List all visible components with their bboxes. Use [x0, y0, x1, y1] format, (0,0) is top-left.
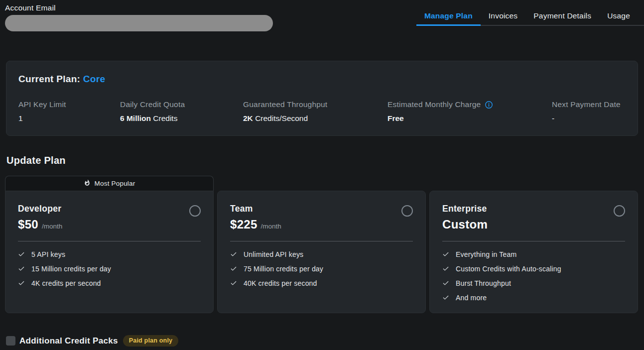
- plan-column-enterprise: Enterprise Custom Everything in Team Cus…: [429, 191, 638, 313]
- top-bar: Account Email Manage Plan Invoices Payme…: [0, 0, 644, 30]
- stat-value: 2K Credits/Second: [243, 114, 387, 123]
- current-plan-card: Current Plan: Core API Key Limit 1 Daily…: [6, 61, 638, 136]
- account-email-input[interactable]: [5, 15, 273, 31]
- divider: [230, 241, 413, 241]
- divider: [18, 241, 201, 241]
- plan-price: $50 /month: [18, 218, 62, 232]
- current-plan-name: Core: [83, 74, 106, 84]
- billing-tabs: Manage Plan Invoices Payment Details Usa…: [416, 11, 644, 26]
- feature-item: 5 API keys: [18, 250, 201, 259]
- info-icon[interactable]: [485, 101, 493, 109]
- plan-card-enterprise[interactable]: Enterprise Custom Everything in Team Cus…: [429, 191, 638, 313]
- most-popular-badge: Most Popular: [5, 176, 214, 191]
- plan-price: $225 /month: [230, 218, 281, 232]
- stat-label: Next Payment Date: [552, 100, 621, 109]
- plan-features: Unlimited API keys 75 Million credits pe…: [230, 250, 413, 288]
- current-plan-title: Current Plan: Core: [18, 74, 626, 85]
- stat-value: Free: [387, 114, 552, 123]
- feature-item: Everything in Team: [442, 250, 625, 259]
- plan-price: Custom: [442, 218, 491, 232]
- plan-name: Developer: [18, 204, 62, 214]
- plan-name: Enterprise: [442, 204, 491, 214]
- check-icon: [442, 265, 449, 272]
- plan-card-team[interactable]: Team $225 /month Unlimited API keys 75 M…: [217, 191, 426, 313]
- stat-value: 1: [18, 114, 120, 123]
- plan-column-team: Team $225 /month Unlimited API keys 75 M…: [217, 191, 426, 313]
- check-icon: [230, 265, 237, 272]
- paid-plan-only-badge: Paid plan only: [123, 335, 179, 347]
- current-plan-stats: API Key Limit 1 Daily Credit Quota 6 Mil…: [18, 100, 626, 123]
- plan-radio-team[interactable]: [401, 205, 413, 217]
- update-plan-heading: Update Plan: [6, 155, 644, 166]
- credit-packs-label: Additional Credit Packs: [19, 336, 118, 346]
- check-icon: [18, 251, 25, 258]
- tab-payment-details[interactable]: Payment Details: [525, 11, 599, 26]
- check-icon: [230, 280, 237, 287]
- check-icon: [230, 251, 237, 258]
- plan-card-developer[interactable]: Developer $50 /month 5 API keys 15 Milli…: [5, 191, 214, 313]
- plan-options: Most Popular Developer $50 /month 5 API …: [5, 176, 638, 313]
- check-icon: [442, 251, 449, 258]
- feature-item: 15 Million credits per day: [18, 264, 201, 273]
- stat-value: 6 Million Credits: [120, 114, 243, 123]
- check-icon: [442, 280, 449, 287]
- stat-guaranteed-throughput: Guaranteed Throughput 2K Credits/Second: [243, 100, 387, 123]
- account-email-label: Account Email: [5, 0, 644, 12]
- credit-packs-checkbox[interactable]: [6, 336, 15, 346]
- additional-credit-packs-row: Additional Credit Packs Paid plan only: [6, 335, 644, 347]
- current-plan-title-prefix: Current Plan:: [18, 74, 80, 84]
- check-icon: [18, 280, 25, 287]
- stat-label: Daily Credit Quota: [120, 100, 185, 109]
- plan-features: Everything in Team Custom Credits with A…: [442, 250, 625, 302]
- stat-daily-credit-quota: Daily Credit Quota 6 Million Credits: [120, 100, 243, 123]
- tab-usage[interactable]: Usage: [599, 11, 638, 26]
- stat-label: Guaranteed Throughput: [243, 100, 327, 109]
- tab-manage-plan[interactable]: Manage Plan: [416, 11, 481, 26]
- stat-label: Estimated Monthly Charge: [387, 100, 481, 109]
- feature-item: 4K credits per second: [18, 279, 201, 288]
- stat-api-key-limit: API Key Limit 1: [18, 100, 120, 123]
- divider: [442, 241, 625, 241]
- check-icon: [442, 294, 449, 301]
- stat-estimated-monthly-charge: Estimated Monthly Charge Free: [387, 100, 552, 123]
- feature-item: Burst Throughput: [442, 279, 625, 288]
- plan-column-developer: Most Popular Developer $50 /month 5 API …: [5, 176, 214, 313]
- tab-invoices[interactable]: Invoices: [481, 11, 525, 26]
- stat-value: -: [552, 114, 626, 123]
- plan-name: Team: [230, 204, 281, 214]
- feature-item: Custom Credits with Auto-scaling: [442, 264, 625, 273]
- stat-label: API Key Limit: [18, 100, 66, 109]
- plan-features: 5 API keys 15 Million credits per day 4K…: [18, 250, 201, 288]
- stat-next-payment-date: Next Payment Date -: [552, 100, 626, 123]
- check-icon: [18, 265, 25, 272]
- feature-item: Unlimited API keys: [230, 250, 413, 259]
- most-popular-label: Most Popular: [95, 180, 135, 187]
- flame-icon: [84, 179, 91, 188]
- plan-radio-enterprise[interactable]: [614, 205, 625, 217]
- plan-radio-developer[interactable]: [189, 205, 201, 217]
- feature-item: And more: [442, 293, 625, 302]
- feature-item: 75 Million credits per day: [230, 264, 413, 273]
- feature-item: 40K credits per second: [230, 279, 413, 288]
